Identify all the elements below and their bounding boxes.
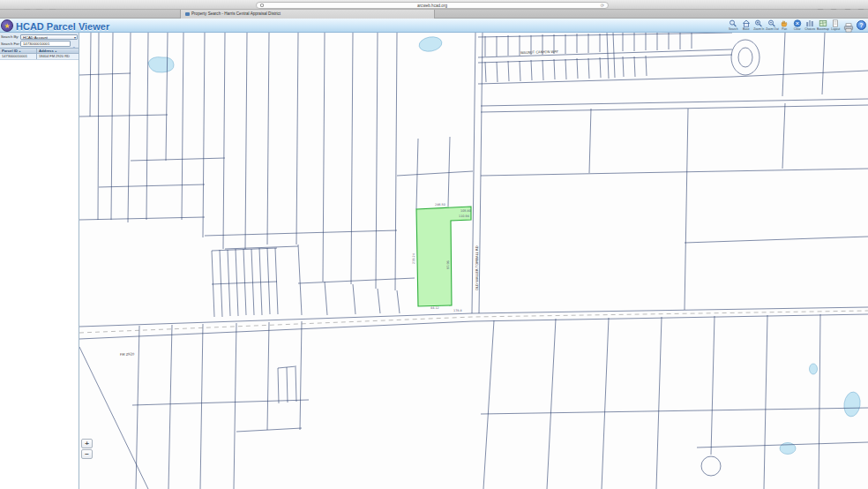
search-for-label: Search For: — [1, 41, 20, 46]
help-button[interactable]: ? — [857, 20, 866, 30]
reload-icon[interactable]: ⟳ — [601, 3, 604, 9]
dimension-label: 219.24 — [412, 253, 415, 264]
dimension-label: 44.12 — [430, 306, 439, 310]
page-title: HCAD Parcel Viewer — [16, 21, 109, 32]
pan-tool-button[interactable]: Pan — [779, 19, 791, 31]
street-label-walnut-canyon: WALNUT CANYON WAY — [520, 49, 559, 55]
magnifier-plus-icon — [754, 19, 763, 27]
zoom-in-tool-button[interactable]: Zoom In — [753, 19, 766, 31]
clear-tool-button[interactable]: Clear — [791, 19, 804, 31]
map-zoom-in-button[interactable]: + — [81, 439, 93, 448]
page-icon — [831, 19, 840, 27]
x-circle-icon — [793, 19, 802, 27]
dimension-label: 97.96 — [446, 260, 450, 269]
highlighted-parcel[interactable] — [416, 207, 471, 306]
sidebar: Search By: HCAD Account ▾ Search For: 14… — [0, 33, 79, 489]
magnifier-icon — [729, 19, 737, 27]
address-bar[interactable]: arcweb.hcad.org ⟳ — [256, 2, 609, 9]
dimension-label: 246.50 — [435, 203, 445, 207]
home-icon — [742, 19, 751, 27]
street-label-fm-2920: FM 2920 — [120, 351, 135, 357]
map-zoom-control: + − — [81, 439, 93, 460]
base-extent-button[interactable]: Base — [740, 19, 752, 31]
street-labels: WALNUT CANYON WAY OLD WALLER TOMBALL RD … — [120, 49, 559, 357]
tab-bar: Property Search - Harris Central Apprais… — [0, 10, 868, 19]
tab-favicon-icon — [185, 12, 190, 17]
map-icon — [819, 19, 827, 27]
search-panel: Search By: HCAD Account ▾ Search For: 14… — [0, 33, 79, 48]
result-parcel-id: 1473000010001 — [0, 54, 37, 59]
browser-tab[interactable]: Property Search - Harris Central Apprais… — [180, 10, 435, 19]
dimension-label: 178.8 — [453, 309, 462, 312]
column-header-address[interactable]: Address▲ — [37, 49, 78, 53]
dimension-label: 105.80 — [460, 209, 471, 213]
search-input[interactable]: 1473000010001 — [20, 41, 71, 47]
result-address: 18404 FM 2920 RD — [37, 54, 78, 59]
columns-icon — [805, 19, 814, 27]
pond-shapes — [148, 35, 862, 455]
search-by-select[interactable]: HCAD Account ▾ — [20, 34, 78, 41]
chevron-down-icon: ▾ — [74, 35, 76, 40]
result-row[interactable]: 1473000010001 18404 FM 2920 RD — [0, 54, 79, 60]
search-by-label: Search By: — [1, 34, 20, 39]
hcad-logo-icon: ★ — [1, 19, 13, 32]
sort-asc-icon: ▲ — [55, 49, 57, 53]
site-security-icon — [260, 4, 264, 7]
results-grid: Parcel ID▲ Address▲ 1473000010001 18404 … — [0, 48, 79, 60]
road-centerline — [79, 311, 868, 333]
url-text: arcweb.hcad.org — [417, 4, 447, 8]
magnifier-minus-icon — [767, 19, 776, 27]
street-label-old-waller-tomball: OLD WALLER TOMBALL RD — [475, 245, 479, 290]
zoom-out-tool-button[interactable]: Zoom Out — [766, 19, 778, 31]
choices-tool-button[interactable]: Choices — [804, 19, 817, 31]
map-zoom-out-button[interactable]: − — [81, 449, 93, 459]
printer-icon — [843, 23, 854, 33]
map-toolbar: Search Base Zoom In Zoom Out Pan Clear C… — [728, 19, 842, 31]
basemap-tool-button[interactable]: Basemap — [817, 19, 829, 31]
map-area[interactable]: WALNUT CANYON WAY OLD WALLER TOMBALL RD … — [79, 33, 868, 489]
layout-tool-button[interactable]: Layout — [830, 19, 842, 31]
results-header: Parcel ID▲ Address▲ — [0, 48, 79, 54]
sort-asc-icon: ▲ — [19, 49, 21, 53]
parcel-map-canvas[interactable]: WALNUT CANYON WAY OLD WALLER TOMBALL RD … — [79, 33, 868, 489]
column-header-parcel-id[interactable]: Parcel ID▲ — [0, 49, 37, 53]
hand-icon — [780, 19, 789, 27]
search-tool-button[interactable]: Search — [728, 19, 740, 31]
tab-title: Property Search - Harris Central Apprais… — [191, 11, 281, 16]
dimension-label: 110.94 — [459, 214, 469, 218]
search-go-button[interactable] — [71, 41, 78, 47]
browser-chrome: ▤ ‹ › arcweb.hcad.org ⟳ ◎ ⬆ + ⧉ — [0, 0, 868, 10]
